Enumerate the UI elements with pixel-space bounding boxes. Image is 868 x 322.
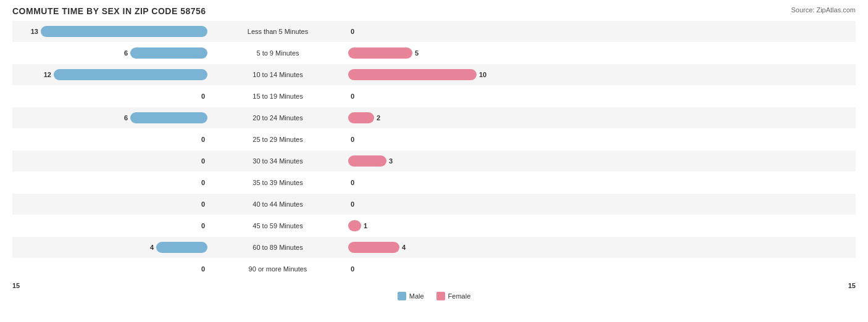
- male-value: 0: [195, 157, 205, 165]
- chart-container: COMMUTE TIME BY SEX IN ZIP CODE 58756 So…: [0, 0, 868, 322]
- male-bar: [41, 26, 207, 37]
- left-section: 0: [12, 177, 210, 188]
- female-value: 0: [351, 28, 354, 35]
- female-label: Female: [448, 292, 471, 300]
- male-value: 0: [195, 265, 205, 273]
- left-section: 0: [12, 155, 210, 167]
- right-section: 0: [346, 199, 543, 210]
- right-section: 2: [346, 112, 543, 123]
- chart-row: 4 60 to 89 Minutes 4: [12, 237, 856, 258]
- female-value: 2: [377, 114, 380, 122]
- left-section: 0: [12, 134, 210, 145]
- chart-row: 0 90 or more Minutes 0: [12, 258, 856, 279]
- male-bar: [130, 47, 207, 59]
- chart-row: 0 40 to 44 Minutes 0: [12, 194, 856, 215]
- right-section: 10: [346, 69, 543, 80]
- left-section: 0: [12, 263, 210, 275]
- female-value: 1: [364, 222, 367, 229]
- male-value: 6: [118, 49, 128, 57]
- male-value: 0: [195, 93, 205, 100]
- male-bar: [54, 69, 207, 80]
- female-bar: [348, 47, 412, 59]
- right-section: 1: [346, 220, 543, 231]
- row-label: 60 to 89 Minutes: [210, 244, 346, 251]
- male-bar: [130, 112, 207, 123]
- male-value: 0: [195, 200, 205, 208]
- left-section: 0: [12, 220, 210, 231]
- left-section: 6: [12, 47, 210, 59]
- left-section: 0: [12, 199, 210, 210]
- row-label: 5 to 9 Minutes: [210, 49, 346, 57]
- right-section: 5: [346, 47, 543, 59]
- female-value: 3: [389, 157, 393, 165]
- female-value: 0: [351, 200, 354, 208]
- right-section: 4: [346, 242, 543, 253]
- right-section: 3: [346, 155, 543, 167]
- chart-row: 6 5 to 9 Minutes 5: [12, 43, 856, 64]
- row-label: Less than 5 Minutes: [210, 28, 346, 35]
- female-value: 4: [402, 244, 406, 251]
- axis-row: 15 15: [12, 282, 856, 289]
- female-value: 0: [351, 93, 354, 100]
- chart-title: COMMUTE TIME BY SEX IN ZIP CODE 58756: [12, 6, 206, 16]
- chart-row: 12 10 to 14 Minutes 10: [12, 64, 856, 85]
- male-value: 4: [144, 244, 154, 251]
- row-label: 45 to 59 Minutes: [210, 222, 346, 229]
- right-section: 0: [346, 134, 543, 145]
- row-label: 35 to 39 Minutes: [210, 179, 346, 186]
- female-bar: [348, 112, 374, 123]
- left-section: 4: [12, 242, 210, 253]
- male-value: 6: [118, 114, 128, 122]
- female-value: 5: [415, 49, 419, 57]
- title-row: COMMUTE TIME BY SEX IN ZIP CODE 58756 So…: [12, 6, 856, 16]
- legend-male: Male: [398, 292, 424, 300]
- row-label: 30 to 34 Minutes: [210, 157, 346, 165]
- female-bar: [348, 155, 386, 167]
- row-label: 40 to 44 Minutes: [210, 200, 346, 208]
- male-value: 12: [41, 71, 51, 78]
- left-section: 6: [12, 112, 210, 123]
- chart-row: 0 25 to 29 Minutes 0: [12, 129, 856, 150]
- legend: Male Female: [12, 292, 856, 300]
- right-section: 0: [346, 26, 543, 37]
- female-bar: [348, 69, 477, 80]
- chart-row: 0 15 to 19 Minutes 0: [12, 86, 856, 107]
- female-value: 0: [351, 136, 354, 143]
- male-value: 0: [195, 179, 205, 186]
- right-section: 0: [346, 263, 543, 275]
- male-bar: [156, 242, 207, 253]
- left-section: 0: [12, 91, 210, 102]
- chart-row: 0 30 to 34 Minutes 3: [12, 151, 856, 171]
- row-label: 10 to 14 Minutes: [210, 71, 346, 78]
- legend-female: Female: [436, 292, 471, 300]
- right-section: 0: [346, 91, 543, 102]
- male-value: 0: [195, 222, 205, 229]
- row-label: 15 to 19 Minutes: [210, 93, 346, 100]
- chart-row: 0 45 to 59 Minutes 1: [12, 215, 856, 236]
- right-section: 0: [346, 177, 543, 188]
- row-label: 90 or more Minutes: [210, 265, 346, 273]
- female-value: 10: [479, 71, 486, 78]
- female-value: 0: [351, 265, 354, 273]
- male-value: 13: [28, 28, 38, 35]
- source-text: Source: ZipAtlas.com: [791, 6, 856, 14]
- male-label: Male: [409, 292, 424, 300]
- left-section: 12: [12, 69, 210, 80]
- chart-row: 0 35 to 39 Minutes 0: [12, 172, 856, 193]
- row-label: 25 to 29 Minutes: [210, 136, 346, 143]
- axis-right: 15: [848, 282, 856, 289]
- chart-row: 6 20 to 24 Minutes 2: [12, 107, 856, 128]
- chart-area: 13 Less than 5 Minutes 0 6 5 to 9 Minute…: [12, 21, 856, 279]
- left-section: 13: [12, 26, 210, 37]
- row-label: 20 to 24 Minutes: [210, 114, 346, 122]
- female-bar: [348, 220, 361, 231]
- female-color-box: [436, 292, 445, 300]
- male-color-box: [398, 292, 406, 300]
- male-value: 0: [195, 136, 205, 143]
- female-bar: [348, 242, 399, 253]
- axis-left: 15: [12, 282, 20, 289]
- chart-row: 13 Less than 5 Minutes 0: [12, 21, 856, 42]
- female-value: 0: [351, 179, 354, 186]
